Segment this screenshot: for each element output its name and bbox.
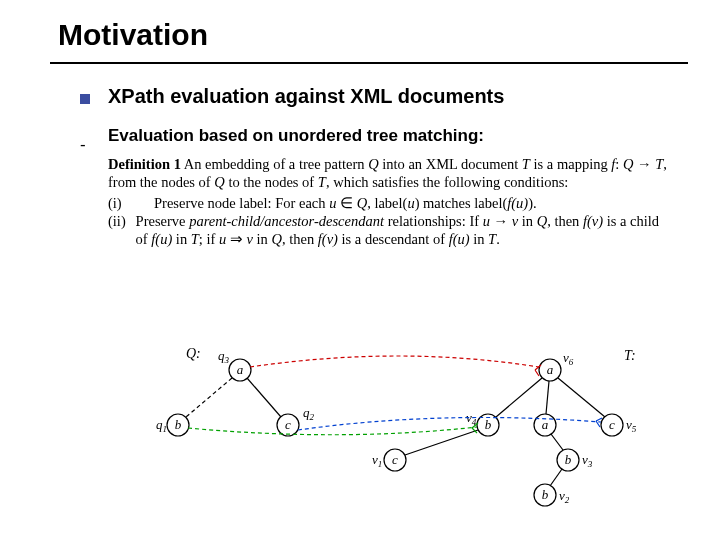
condition-number: (i) — [108, 194, 154, 212]
edge — [405, 430, 478, 455]
page-title: Motivation — [0, 0, 720, 52]
node-sub: v3 — [582, 452, 593, 469]
edge — [546, 381, 549, 414]
sym-T: T — [318, 174, 326, 190]
def-text: to the nodes of — [225, 174, 318, 190]
condition-list: (i) Preserve node label: For each u ∈ Q,… — [108, 194, 670, 249]
def-text: is a mapping — [530, 156, 611, 172]
node-sub: v1 — [372, 452, 382, 469]
edge — [558, 378, 605, 417]
node-label: a — [547, 362, 554, 377]
mapping-arrow-red — [250, 356, 539, 367]
bullet-square-icon — [80, 94, 90, 104]
tree-diagram: a b c Q: q3 q1 q2 a b a c c b b T: v6 v4… — [150, 330, 655, 510]
sym-Q: Q — [214, 174, 224, 190]
node-label: b — [565, 452, 572, 467]
heading-1: XPath evaluation against XML documents — [108, 85, 504, 108]
def-text: , which satisfies the following conditio… — [326, 174, 568, 190]
sym-T: T — [522, 156, 530, 172]
node-label: c — [392, 452, 398, 467]
t-label: T: — [624, 348, 636, 363]
heading-2: Evaluation based on unordered tree match… — [108, 126, 484, 146]
mapping-arrow-green — [188, 427, 477, 435]
title-underline — [50, 62, 688, 64]
q-label: Q: — [186, 346, 201, 361]
definition-block: Definition 1 An embedding of a tree patt… — [108, 155, 670, 248]
node-sub: v2 — [559, 488, 570, 505]
edge — [550, 469, 562, 486]
node-label: c — [609, 417, 615, 432]
edge-q3-q2 — [247, 378, 281, 417]
sym-Q: Q — [623, 156, 633, 172]
def-text: into an XML document — [379, 156, 522, 172]
node-sub: v5 — [626, 417, 637, 434]
condition-text: Preserve node label: For each u ∈ Q, lab… — [154, 194, 537, 212]
edge-q3-q1 — [186, 378, 232, 417]
definition-head: Definition 1 — [108, 156, 181, 172]
node-label: b — [542, 487, 549, 502]
node-sub: q1 — [156, 417, 167, 434]
node-label: a — [237, 362, 244, 377]
condition-i: (i) Preserve node label: For each u ∈ Q,… — [108, 194, 670, 212]
node-sub: v6 — [563, 350, 574, 367]
condition-ii: (ii) Preserve parent-child/ancestor-desc… — [108, 212, 670, 249]
def-text: An embedding of a tree pattern — [181, 156, 368, 172]
condition-text: Preserve parent-child/ancestor-descendan… — [136, 212, 670, 249]
sym-Q: Q — [368, 156, 378, 172]
bullet-dash-icon: - — [80, 135, 86, 155]
node-sub: q3 — [218, 348, 230, 365]
condition-number: (ii) — [108, 212, 136, 249]
node-label: c — [285, 417, 291, 432]
node-label: b — [175, 417, 182, 432]
node-sub: v4 — [466, 410, 477, 427]
edge — [551, 434, 563, 450]
def-text: → — [633, 156, 655, 172]
node-label: b — [485, 417, 492, 432]
edge — [496, 378, 542, 417]
def-text: : — [615, 156, 623, 172]
node-sub: q2 — [303, 405, 315, 422]
